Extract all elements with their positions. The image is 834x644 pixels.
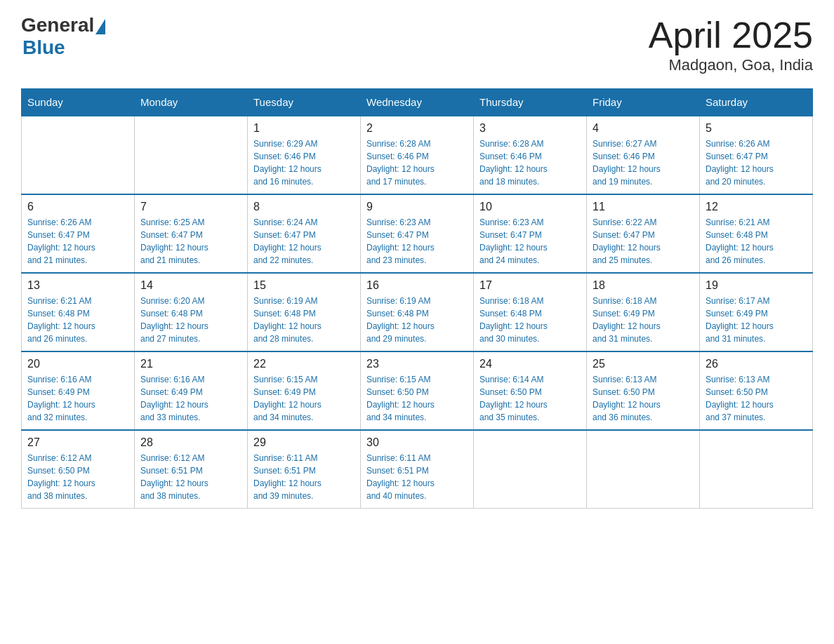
weekday-header-wednesday: Wednesday xyxy=(361,89,474,116)
day-number: 1 xyxy=(253,122,355,135)
day-number: 3 xyxy=(479,122,581,135)
calendar-cell: 4Sunrise: 6:27 AM Sunset: 6:46 PM Daylig… xyxy=(587,116,700,194)
day-info: Sunrise: 6:13 AM Sunset: 6:50 PM Dayligh… xyxy=(593,373,694,424)
calendar-cell: 23Sunrise: 6:15 AM Sunset: 6:50 PM Dayli… xyxy=(361,351,474,430)
day-info: Sunrise: 6:26 AM Sunset: 6:47 PM Dayligh… xyxy=(27,216,128,267)
day-info: Sunrise: 6:21 AM Sunset: 6:48 PM Dayligh… xyxy=(706,216,807,267)
day-info: Sunrise: 6:17 AM Sunset: 6:49 PM Dayligh… xyxy=(706,295,807,345)
day-number: 20 xyxy=(27,358,128,370)
week-row-2: 6Sunrise: 6:26 AM Sunset: 6:47 PM Daylig… xyxy=(22,194,813,273)
calendar-cell: 16Sunrise: 6:19 AM Sunset: 6:48 PM Dayli… xyxy=(361,273,474,351)
day-number: 5 xyxy=(706,122,807,135)
calendar-cell: 27Sunrise: 6:12 AM Sunset: 6:50 PM Dayli… xyxy=(22,430,135,509)
weekday-header-monday: Monday xyxy=(135,89,248,116)
day-info: Sunrise: 6:27 AM Sunset: 6:46 PM Dayligh… xyxy=(593,137,694,188)
calendar-cell: 20Sunrise: 6:16 AM Sunset: 6:49 PM Dayli… xyxy=(22,351,135,430)
day-number: 21 xyxy=(140,358,241,370)
day-info: Sunrise: 6:12 AM Sunset: 6:50 PM Dayligh… xyxy=(27,452,128,502)
day-number: 18 xyxy=(593,279,694,292)
month-title: April 2025 xyxy=(649,14,813,56)
calendar-cell: 13Sunrise: 6:21 AM Sunset: 6:48 PM Dayli… xyxy=(22,273,135,351)
day-info: Sunrise: 6:28 AM Sunset: 6:46 PM Dayligh… xyxy=(479,137,581,188)
calendar-cell: 6Sunrise: 6:26 AM Sunset: 6:47 PM Daylig… xyxy=(22,194,135,273)
day-info: Sunrise: 6:15 AM Sunset: 6:50 PM Dayligh… xyxy=(366,373,468,424)
day-number: 25 xyxy=(593,358,694,370)
day-number: 22 xyxy=(253,358,355,370)
day-number: 12 xyxy=(706,201,807,213)
day-info: Sunrise: 6:29 AM Sunset: 6:46 PM Dayligh… xyxy=(253,137,355,188)
day-number: 28 xyxy=(140,436,241,449)
day-info: Sunrise: 6:25 AM Sunset: 6:47 PM Dayligh… xyxy=(140,216,241,267)
title-section: April 2025 Madgaon, Goa, India xyxy=(649,14,813,74)
day-number: 17 xyxy=(479,279,581,292)
calendar-cell: 3Sunrise: 6:28 AM Sunset: 6:46 PM Daylig… xyxy=(474,116,587,194)
calendar-cell: 26Sunrise: 6:13 AM Sunset: 6:50 PM Dayli… xyxy=(700,351,813,430)
week-row-4: 20Sunrise: 6:16 AM Sunset: 6:49 PM Dayli… xyxy=(22,351,813,430)
day-number: 4 xyxy=(593,122,694,135)
calendar-cell: 1Sunrise: 6:29 AM Sunset: 6:46 PM Daylig… xyxy=(248,116,361,194)
day-number: 29 xyxy=(253,436,355,449)
calendar-cell: 11Sunrise: 6:22 AM Sunset: 6:47 PM Dayli… xyxy=(587,194,700,273)
day-info: Sunrise: 6:20 AM Sunset: 6:48 PM Dayligh… xyxy=(140,295,241,345)
calendar-cell xyxy=(587,430,700,509)
day-number: 16 xyxy=(366,279,468,292)
day-number: 15 xyxy=(253,279,355,292)
day-info: Sunrise: 6:18 AM Sunset: 6:48 PM Dayligh… xyxy=(479,295,581,345)
weekday-header-thursday: Thursday xyxy=(474,89,587,116)
day-info: Sunrise: 6:16 AM Sunset: 6:49 PM Dayligh… xyxy=(27,373,128,424)
logo-general-text: General xyxy=(21,14,94,36)
calendar-cell: 22Sunrise: 6:15 AM Sunset: 6:49 PM Dayli… xyxy=(248,351,361,430)
calendar-cell: 9Sunrise: 6:23 AM Sunset: 6:47 PM Daylig… xyxy=(361,194,474,273)
day-number: 6 xyxy=(27,201,128,213)
calendar-cell xyxy=(135,116,248,194)
logo-blue-text: Blue xyxy=(22,36,65,58)
day-number: 8 xyxy=(253,201,355,213)
day-number: 14 xyxy=(140,279,241,292)
day-number: 7 xyxy=(140,201,241,213)
logo-triangle-icon xyxy=(95,19,105,34)
weekday-header-tuesday: Tuesday xyxy=(248,89,361,116)
weekday-header-row: SundayMondayTuesdayWednesdayThursdayFrid… xyxy=(22,89,813,116)
calendar-cell: 10Sunrise: 6:23 AM Sunset: 6:47 PM Dayli… xyxy=(474,194,587,273)
day-info: Sunrise: 6:23 AM Sunset: 6:47 PM Dayligh… xyxy=(366,216,468,267)
calendar-cell: 29Sunrise: 6:11 AM Sunset: 6:51 PM Dayli… xyxy=(248,430,361,509)
calendar-cell: 25Sunrise: 6:13 AM Sunset: 6:50 PM Dayli… xyxy=(587,351,700,430)
weekday-header-saturday: Saturday xyxy=(700,89,813,116)
day-number: 23 xyxy=(366,358,468,370)
day-number: 24 xyxy=(479,358,581,370)
calendar-cell xyxy=(22,116,135,194)
page-header: General Blue April 2025 Madgaon, Goa, In… xyxy=(21,14,813,74)
day-number: 2 xyxy=(366,122,468,135)
calendar-cell: 2Sunrise: 6:28 AM Sunset: 6:46 PM Daylig… xyxy=(361,116,474,194)
calendar-table: SundayMondayTuesdayWednesdayThursdayFrid… xyxy=(21,88,813,509)
calendar-cell: 7Sunrise: 6:25 AM Sunset: 6:47 PM Daylig… xyxy=(135,194,248,273)
day-number: 26 xyxy=(706,358,807,370)
logo: General Blue xyxy=(21,14,105,59)
week-row-5: 27Sunrise: 6:12 AM Sunset: 6:50 PM Dayli… xyxy=(22,430,813,509)
day-info: Sunrise: 6:11 AM Sunset: 6:51 PM Dayligh… xyxy=(366,452,468,502)
day-info: Sunrise: 6:16 AM Sunset: 6:49 PM Dayligh… xyxy=(140,373,241,424)
calendar-cell: 21Sunrise: 6:16 AM Sunset: 6:49 PM Dayli… xyxy=(135,351,248,430)
calendar-cell xyxy=(700,430,813,509)
day-info: Sunrise: 6:26 AM Sunset: 6:47 PM Dayligh… xyxy=(706,137,807,188)
calendar-cell: 5Sunrise: 6:26 AM Sunset: 6:47 PM Daylig… xyxy=(700,116,813,194)
day-number: 27 xyxy=(27,436,128,449)
calendar-cell: 18Sunrise: 6:18 AM Sunset: 6:49 PM Dayli… xyxy=(587,273,700,351)
location-title: Madgaon, Goa, India xyxy=(649,56,813,74)
weekday-header-sunday: Sunday xyxy=(22,89,135,116)
calendar-cell: 17Sunrise: 6:18 AM Sunset: 6:48 PM Dayli… xyxy=(474,273,587,351)
day-info: Sunrise: 6:23 AM Sunset: 6:47 PM Dayligh… xyxy=(479,216,581,267)
day-info: Sunrise: 6:12 AM Sunset: 6:51 PM Dayligh… xyxy=(140,452,241,502)
day-info: Sunrise: 6:19 AM Sunset: 6:48 PM Dayligh… xyxy=(366,295,468,345)
weekday-header-friday: Friday xyxy=(587,89,700,116)
day-info: Sunrise: 6:19 AM Sunset: 6:48 PM Dayligh… xyxy=(253,295,355,345)
calendar-cell: 15Sunrise: 6:19 AM Sunset: 6:48 PM Dayli… xyxy=(248,273,361,351)
day-number: 10 xyxy=(479,201,581,213)
day-info: Sunrise: 6:11 AM Sunset: 6:51 PM Dayligh… xyxy=(253,452,355,502)
calendar-cell: 30Sunrise: 6:11 AM Sunset: 6:51 PM Dayli… xyxy=(361,430,474,509)
day-info: Sunrise: 6:18 AM Sunset: 6:49 PM Dayligh… xyxy=(593,295,694,345)
day-number: 9 xyxy=(366,201,468,213)
day-info: Sunrise: 6:13 AM Sunset: 6:50 PM Dayligh… xyxy=(706,373,807,424)
day-number: 13 xyxy=(27,279,128,292)
day-number: 11 xyxy=(593,201,694,213)
